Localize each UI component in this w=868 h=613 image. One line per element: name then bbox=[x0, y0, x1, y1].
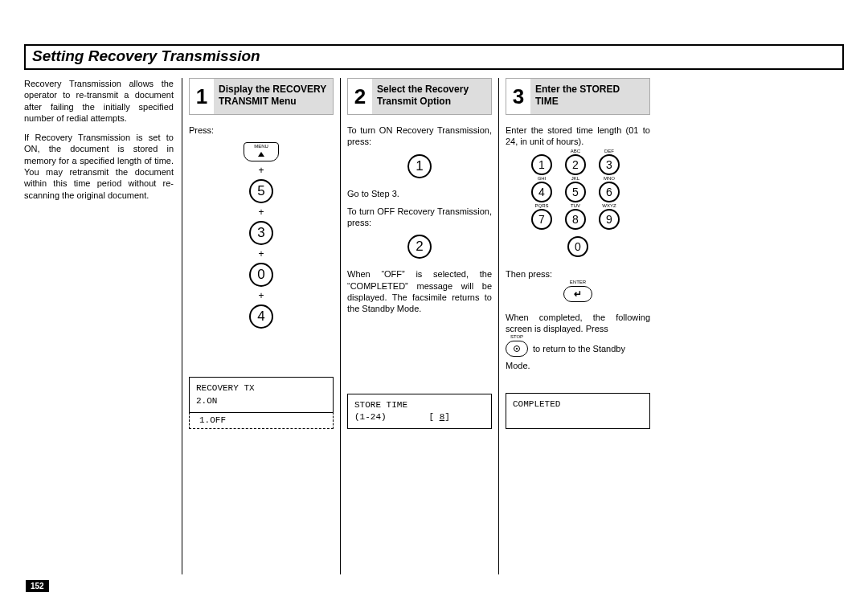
enter-key-icon: ENTER ↵ bbox=[563, 286, 592, 302]
stop-label: STOP bbox=[510, 334, 523, 339]
kp4: 4 bbox=[538, 186, 545, 198]
step3-number: 3 bbox=[506, 79, 530, 114]
step3-lcd: COMPLETED bbox=[506, 393, 650, 429]
plus-icon: + bbox=[258, 248, 264, 260]
stop-after-text: to return to the Standby bbox=[533, 344, 625, 353]
key-0: 0 bbox=[249, 263, 273, 287]
key-4: 4 bbox=[249, 304, 273, 329]
kp7: 7 bbox=[538, 213, 545, 226]
plus-icon: + bbox=[258, 165, 264, 176]
key-1: 1 bbox=[407, 154, 432, 178]
keypad-6: MNO6 bbox=[599, 182, 620, 202]
lcd2-line2a: (1-24) [ bbox=[354, 412, 440, 422]
kp9: 9 bbox=[606, 213, 612, 226]
sub-3: DEF bbox=[597, 149, 621, 153]
key-2: 2 bbox=[407, 235, 432, 259]
step2-on-text: To turn ON Recovery Transmission, press: bbox=[347, 125, 492, 148]
keypad-1: 1 bbox=[531, 154, 552, 175]
lcd2-line1: STORE TIME bbox=[354, 400, 407, 410]
step3-mode: Mode. bbox=[506, 360, 650, 371]
intro-p1: Recovery Transmission allows the operato… bbox=[24, 78, 174, 124]
step1-lcd: RECOVERY TX 2.ON bbox=[189, 377, 334, 413]
step3-then: Then press: bbox=[506, 268, 650, 280]
stop-key-icon: STOP bbox=[506, 341, 528, 357]
keypad: 1 ABC2 DEF3 GHI4 JKL5 MNO6 PQRS7 TUV8 WX… bbox=[506, 154, 650, 257]
page-number: 152 bbox=[26, 580, 49, 592]
menu-key-icon: MENU bbox=[244, 142, 279, 161]
kp8: 8 bbox=[572, 213, 579, 226]
stop-glyph-icon bbox=[514, 345, 520, 352]
step-1: 1 Display the RECOVERY TRANSMIT Menu Pre… bbox=[182, 78, 340, 574]
keypad-9: WXYZ9 bbox=[599, 209, 620, 230]
sub-9: WXYZ bbox=[597, 203, 621, 208]
kp5: 5 bbox=[572, 186, 579, 198]
sub-5: JKL bbox=[563, 176, 588, 181]
kp1: 1 bbox=[538, 158, 545, 171]
lcd1-line1: RECOVERY TX bbox=[196, 383, 255, 393]
step2-title: Select the Recovery Transmit Option bbox=[372, 79, 491, 114]
lcd1-line2: 2.ON bbox=[196, 396, 217, 406]
plus-icon: + bbox=[258, 290, 264, 301]
step1-key-sequence: MENU + 5 + 3 + 0 + 4 bbox=[189, 142, 334, 329]
keypad-0: 0 bbox=[567, 236, 588, 257]
keypad-2: ABC2 bbox=[565, 154, 586, 175]
stop-row: STOP to return to the Standby bbox=[506, 341, 650, 357]
intro-p2: If Recovery Transmission is set to ON, t… bbox=[24, 132, 174, 201]
intro-column: Recovery Transmission allows the operato… bbox=[24, 78, 182, 574]
page-title: Setting Recovery Transmission bbox=[24, 44, 844, 70]
enter-label: ENTER bbox=[562, 280, 594, 284]
sub-4: GHI bbox=[530, 176, 554, 181]
key-5: 5 bbox=[249, 179, 273, 203]
step1-header: 1 Display the RECOVERY TRANSMIT Menu bbox=[189, 78, 334, 115]
keypad-3: DEF3 bbox=[599, 154, 620, 175]
keypad-4: GHI4 bbox=[531, 182, 552, 202]
step1-lcd-extra: 1.OFF bbox=[189, 412, 334, 429]
step3-title: Enter the STORED TIME bbox=[530, 79, 649, 114]
sub-2: ABC bbox=[563, 149, 588, 153]
lcd3-line1: COMPLETED bbox=[513, 399, 560, 409]
lcd2-line2b: ] bbox=[444, 412, 450, 422]
plus-icon: + bbox=[258, 206, 264, 218]
step1-press-label: Press: bbox=[189, 125, 334, 136]
up-triangle-icon bbox=[258, 152, 264, 157]
key-3: 3 bbox=[249, 221, 273, 245]
step2-header: 2 Select the Recovery Transmit Option bbox=[347, 78, 492, 115]
kp2: 2 bbox=[572, 158, 579, 171]
keypad-8: TUV8 bbox=[565, 209, 586, 230]
step3-text1: Enter the stored time length (01 to 24, … bbox=[506, 125, 650, 148]
kp6: 6 bbox=[606, 186, 612, 198]
step2-goto: Go to Step 3. bbox=[347, 188, 492, 199]
keypad-5: JKL5 bbox=[565, 182, 586, 202]
step2-off-text: To turn OFF Recovery Transmission, press… bbox=[347, 206, 492, 229]
step3-text2: When completed, the following screen is … bbox=[506, 312, 650, 335]
step-2: 2 Select the Recovery Transmit Option To… bbox=[341, 78, 498, 574]
keypad-7: PQRS7 bbox=[531, 209, 552, 230]
step2-off-text2: When “OFF” is selected, the “COMPLETED” … bbox=[347, 268, 492, 314]
menu-key-label: MENU bbox=[254, 144, 268, 149]
step2-lcd: STORE TIME (1-24) [ 8] bbox=[347, 394, 492, 430]
step-3: 3 Enter the STORED TIME Enter the stored… bbox=[499, 78, 657, 574]
sub-7: PQRS bbox=[530, 203, 554, 208]
step2-number: 2 bbox=[348, 79, 372, 114]
step1-title: Display the RECOVERY TRANSMIT Menu bbox=[214, 79, 333, 114]
step3-header: 3 Enter the STORED TIME bbox=[506, 78, 650, 115]
kp3: 3 bbox=[606, 158, 612, 171]
step1-number: 1 bbox=[190, 79, 214, 114]
sub-8: TUV bbox=[563, 203, 588, 208]
sub-6: MNO bbox=[597, 176, 621, 181]
enter-glyph-icon: ↵ bbox=[574, 289, 582, 299]
